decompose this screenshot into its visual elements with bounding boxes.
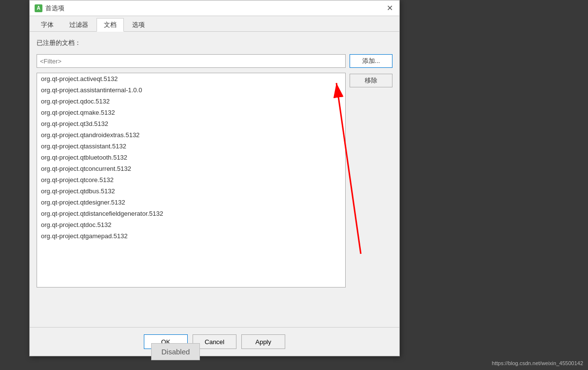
app-icon: A [35, 4, 42, 12]
dialog-footer: OK Cancel Apply [30, 327, 399, 356]
title-bar-left: A 首选项 [35, 4, 64, 13]
tab-bar: 字体 过滤器 文档 选项 [30, 16, 399, 32]
list-item[interactable]: org.qt-project.qtcore.5132 [37, 174, 345, 185]
list-item[interactable]: org.qt-project.qtdistancefieldgenerator.… [37, 208, 345, 219]
remove-button[interactable]: 移除 [350, 74, 392, 87]
document-list[interactable]: org.qt-project.activeqt.5132org.qt-proje… [37, 73, 346, 288]
filter-row: 添加... [37, 54, 392, 68]
list-item[interactable]: org.qt-project.qtdbus.5132 [37, 185, 345, 197]
list-item[interactable]: org.qt-project.qmake.5132 [37, 107, 345, 118]
filter-input[interactable] [37, 54, 346, 68]
list-item[interactable]: org.qt-project.qtconcurrent.5132 [37, 163, 345, 174]
list-item[interactable]: org.qt-project.qtbluetooth.5132 [37, 152, 345, 163]
list-item[interactable]: org.qt-project.activeqt.5132 [37, 73, 345, 84]
dialog-body: 已注册的文档： 添加... org.qt-project.activeqt.51… [30, 32, 399, 327]
tab-document[interactable]: 文档 [97, 18, 124, 32]
list-item[interactable]: org.qt-project.qtdoc.5132 [37, 219, 345, 230]
title-bar: A 首选项 ✕ [30, 0, 399, 16]
preferences-dialog: A 首选项 ✕ 字体 过滤器 文档 选项 已注册的文档： 添加... org.q… [29, 0, 400, 356]
tab-font[interactable]: 字体 [34, 18, 61, 31]
list-item[interactable]: org.qt-project.qtgamepad.5132 [37, 230, 345, 242]
list-item[interactable]: org.qt-project.qt3d.5132 [37, 118, 345, 129]
list-item[interactable]: org.qt-project.qtandroidextras.5132 [37, 129, 345, 141]
list-item[interactable]: org.qt-project.assistantinternal-1.0.0 [37, 84, 345, 96]
add-button[interactable]: 添加... [350, 54, 392, 68]
close-button[interactable]: ✕ [385, 3, 394, 13]
dialog-title: 首选项 [45, 4, 64, 13]
list-item[interactable]: org.qt-project.qdoc.5132 [37, 96, 345, 107]
csdn-watermark: https://blog.csdn.net/weixin_45500142 [492, 360, 583, 366]
tab-options[interactable]: 选项 [125, 18, 152, 31]
disabled-badge: Disabled [151, 343, 200, 360]
tab-filter[interactable]: 过滤器 [62, 18, 96, 31]
list-side-buttons: 移除 [350, 73, 392, 320]
list-area: org.qt-project.activeqt.5132org.qt-proje… [37, 73, 392, 320]
list-item[interactable]: org.qt-project.qtassistant.5132 [37, 141, 345, 152]
apply-button[interactable]: Apply [241, 334, 285, 349]
section-label: 已注册的文档： [37, 39, 392, 47]
list-item[interactable]: org.qt-project.qtdesigner.5132 [37, 197, 345, 208]
